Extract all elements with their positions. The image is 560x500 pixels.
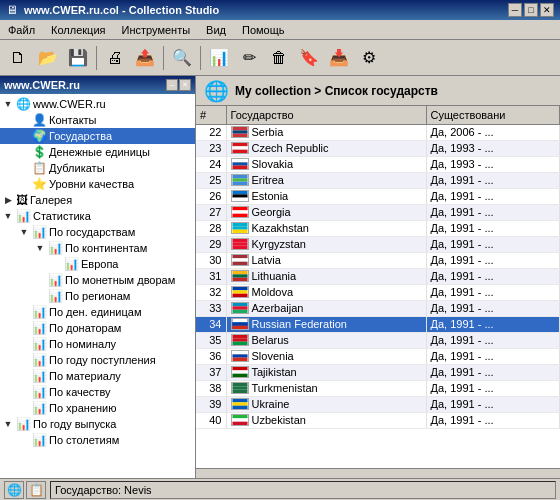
tree-item-by-year[interactable]: 📊По году поступления bbox=[0, 352, 195, 368]
cell-exists: Да, 1993 - ... bbox=[426, 140, 560, 156]
table-row[interactable]: 35BelarusДа, 1991 - ... bbox=[196, 332, 560, 348]
table-row[interactable]: 26EstoniaДа, 1991 - ... bbox=[196, 188, 560, 204]
table-row[interactable]: 36SloveniaДа, 1991 - ... bbox=[196, 348, 560, 364]
cell-exists: Да, 1991 - ... bbox=[426, 172, 560, 188]
cell-country: Moldova bbox=[226, 284, 426, 300]
table-row[interactable]: 37TajikistanДа, 1991 - ... bbox=[196, 364, 560, 380]
tree-item-duplicates[interactable]: 📋Дубликаты bbox=[0, 160, 195, 176]
menu-item-инструменты[interactable]: Инструменты bbox=[118, 23, 195, 37]
chart-icon[interactable]: 📊 bbox=[205, 44, 233, 72]
tree-container[interactable]: ▼🌐www.CWER.ru👤Контакты🌍Государства💲Денеж… bbox=[0, 94, 195, 478]
save-icon[interactable]: 💾 bbox=[64, 44, 92, 72]
menu-item-коллекция[interactable]: Коллекция bbox=[47, 23, 109, 37]
tree-item-by-nominal[interactable]: 📊По номиналу bbox=[0, 336, 195, 352]
tree-item-by-country[interactable]: ▼📊По государствам bbox=[0, 224, 195, 240]
cell-num: 25 bbox=[196, 172, 226, 188]
menu-item-вид[interactable]: Вид bbox=[202, 23, 230, 37]
tree-item-europe[interactable]: 📊Европа bbox=[0, 256, 195, 272]
delete-icon[interactable]: 🗑 bbox=[265, 44, 293, 72]
tree-item-by-material[interactable]: 📊По материалу bbox=[0, 368, 195, 384]
table-row[interactable]: 31LithuaniaДа, 1991 - ... bbox=[196, 268, 560, 284]
cell-num: 29 bbox=[196, 236, 226, 252]
tree-item-by-currency[interactable]: 📊По ден. единицам bbox=[0, 304, 195, 320]
table-row[interactable]: 29KyrgyzstanДа, 1991 - ... bbox=[196, 236, 560, 252]
tree-toggle-by-issue[interactable]: ▼ bbox=[0, 419, 16, 429]
menu-item-файл[interactable]: Файл bbox=[4, 23, 39, 37]
status-icon-2[interactable]: 📋 bbox=[26, 481, 46, 499]
toolbar: 🗋📂💾🖨📤🔍📊✏🗑🔖📥⚙ bbox=[0, 40, 560, 76]
svg-rect-27 bbox=[232, 271, 247, 274]
tree-icon-by-nominal: 📊 bbox=[32, 337, 47, 351]
tree-icon-countries: 🌍 bbox=[32, 129, 47, 143]
cell-num: 27 bbox=[196, 204, 226, 220]
table-row[interactable]: 39UkraineДа, 1991 - ... bbox=[196, 396, 560, 412]
status-bar: 🌐 📋 Государство: Nevis bbox=[0, 478, 560, 500]
tree-item-by-mint[interactable]: 📊По монетным дворам bbox=[0, 272, 195, 288]
tree-item-by-donor[interactable]: 📊По донаторам bbox=[0, 320, 195, 336]
tree-item-by-storage[interactable]: 📊По хранению bbox=[0, 400, 195, 416]
table-row[interactable]: 34Russian FederationДа, 1991 - ... bbox=[196, 316, 560, 332]
table-row[interactable]: 23Czech RepublicДа, 1993 - ... bbox=[196, 140, 560, 156]
open-folder-icon[interactable]: 📂 bbox=[34, 44, 62, 72]
country-name: Latvia bbox=[252, 254, 281, 266]
settings-icon[interactable]: ⚙ bbox=[355, 44, 383, 72]
tree-item-stats[interactable]: ▼📊Статистика bbox=[0, 208, 195, 224]
cell-country: Azerbaijan bbox=[226, 300, 426, 316]
tree-item-by-century[interactable]: 📊По столетиям bbox=[0, 432, 195, 448]
tree-item-currency[interactable]: 💲Денежные единицы bbox=[0, 144, 195, 160]
edit-icon[interactable]: ✏ bbox=[235, 44, 263, 72]
table-row[interactable]: 27GeorgiaДа, 1991 - ... bbox=[196, 204, 560, 220]
maximize-button[interactable]: □ bbox=[524, 3, 538, 17]
stamp-icon[interactable]: 🔖 bbox=[295, 44, 323, 72]
panel-titlebar: www.CWER.ru ─ ✕ bbox=[0, 76, 195, 94]
table-row[interactable]: 33AzerbaijanДа, 1991 - ... bbox=[196, 300, 560, 316]
table-container[interactable]: # Государство Существовани 22SerbiaДа, 2… bbox=[196, 106, 560, 468]
cell-country: Czech Republic bbox=[226, 140, 426, 156]
tree-toggle-root[interactable]: ▼ bbox=[0, 99, 16, 109]
tree-item-by-region[interactable]: 📊По регионам bbox=[0, 288, 195, 304]
tree-toggle-by-country[interactable]: ▼ bbox=[16, 227, 32, 237]
tree-item-contacts[interactable]: 👤Контакты bbox=[0, 112, 195, 128]
tree-toggle-by-continent[interactable]: ▼ bbox=[32, 243, 48, 253]
tree-item-by-issue[interactable]: ▼📊По году выпуска bbox=[0, 416, 195, 432]
svg-rect-34 bbox=[232, 306, 247, 309]
tree-item-countries[interactable]: 🌍Государства bbox=[0, 128, 195, 144]
new-icon[interactable]: 🗋 bbox=[4, 44, 32, 72]
tree-item-quality[interactable]: ⭐Уровни качества bbox=[0, 176, 195, 192]
country-name: Azerbaijan bbox=[252, 302, 304, 314]
horizontal-scrollbar[interactable] bbox=[196, 468, 560, 478]
svg-rect-10 bbox=[232, 178, 247, 181]
table-row[interactable]: 24SlovakiaДа, 1993 - ... bbox=[196, 156, 560, 172]
table-row[interactable]: 32MoldovaДа, 1991 - ... bbox=[196, 284, 560, 300]
tree-item-gallery[interactable]: ▶🖼Галерея bbox=[0, 192, 195, 208]
table-row[interactable]: 40UzbekistanДа, 1991 - ... bbox=[196, 412, 560, 428]
svg-rect-5 bbox=[232, 150, 247, 153]
col-country: Государство bbox=[226, 106, 426, 124]
export-icon[interactable]: 📤 bbox=[131, 44, 159, 72]
menu-item-помощь[interactable]: Помощь bbox=[238, 23, 289, 37]
table-row[interactable]: 25EritreaДа, 1991 - ... bbox=[196, 172, 560, 188]
table-row[interactable]: 30LatviaДа, 1991 - ... bbox=[196, 252, 560, 268]
minimize-button[interactable]: ─ bbox=[508, 3, 522, 17]
tree-item-root[interactable]: ▼🌐www.CWER.ru bbox=[0, 96, 195, 112]
tree-toggle-stats[interactable]: ▼ bbox=[0, 211, 16, 221]
status-icon-1[interactable]: 🌐 bbox=[4, 481, 24, 499]
svg-rect-39 bbox=[232, 335, 247, 338]
table-row[interactable]: 22SerbiaДа, 2006 - ... bbox=[196, 124, 560, 140]
search-icon[interactable]: 🔍 bbox=[168, 44, 196, 72]
tree-toggle-gallery[interactable]: ▶ bbox=[0, 195, 16, 205]
cell-num: 30 bbox=[196, 252, 226, 268]
print-icon[interactable]: 🖨 bbox=[101, 44, 129, 72]
svg-rect-17 bbox=[232, 214, 247, 217]
tree-icon-root: 🌐 bbox=[16, 97, 31, 111]
import-icon[interactable]: 📥 bbox=[325, 44, 353, 72]
close-button[interactable]: ✕ bbox=[540, 3, 554, 17]
tree-item-by-quality[interactable]: 📊По качеству bbox=[0, 384, 195, 400]
panel-minimize-button[interactable]: ─ bbox=[166, 79, 178, 91]
cell-country: Belarus bbox=[226, 332, 426, 348]
tree-item-by-continent[interactable]: ▼📊По континентам bbox=[0, 240, 195, 256]
table-row[interactable]: 38TurkmenistanДа, 1991 - ... bbox=[196, 380, 560, 396]
table-row[interactable]: 28KazakhstanДа, 1991 - ... bbox=[196, 220, 560, 236]
tree-label-by-century: По столетиям bbox=[49, 434, 119, 446]
panel-close-button[interactable]: ✕ bbox=[179, 79, 191, 91]
